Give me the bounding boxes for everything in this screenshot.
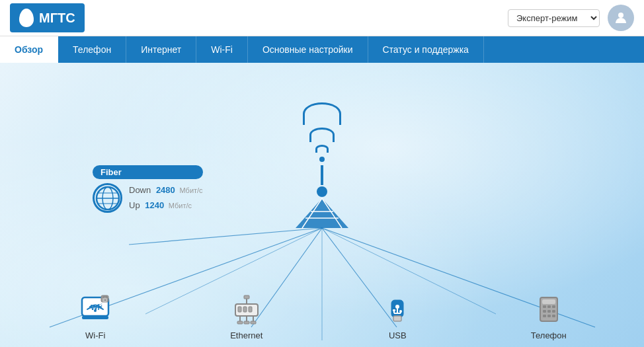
fiber-badge: Fiber <box>93 165 203 179</box>
usb-label: USB <box>389 330 407 340</box>
svg-rect-54 <box>552 310 555 313</box>
wifi-arc-medium <box>309 128 335 142</box>
svg-rect-35 <box>244 295 249 299</box>
up-speed: Up 1240 Мбит/с <box>129 198 203 213</box>
svg-rect-37 <box>244 321 249 324</box>
svg-rect-26 <box>82 316 108 319</box>
nav-item-wifi[interactable]: Wi-Fi <box>196 36 248 63</box>
wifi-arc-large <box>303 102 341 125</box>
wifi-label: Wi-Fi <box>85 330 105 340</box>
expert-mode-container: Эксперт-режимОбычный режим <box>508 9 600 27</box>
svg-point-47 <box>399 310 402 313</box>
wifi-device-icon[interactable]: Wi Fi Wi-Fi <box>77 290 114 340</box>
wifi-icon-img: Wi Fi <box>77 290 114 327</box>
svg-rect-52 <box>543 310 546 313</box>
svg-point-41 <box>395 305 399 309</box>
tower-pole <box>321 165 323 185</box>
svg-point-0 <box>618 13 624 18</box>
nav-item-overview[interactable]: Обзор <box>0 36 58 63</box>
logo-egg-icon <box>19 9 34 27</box>
svg-marker-9 <box>296 198 348 228</box>
svg-rect-36 <box>237 321 243 324</box>
nav-item-settings[interactable]: Основные настройки <box>248 36 368 63</box>
phone-icon-img <box>530 290 567 327</box>
wifi-arc-small <box>315 145 329 153</box>
tower-base-svg <box>292 198 352 231</box>
speed-info: Down 2480 Мбит/с Up 1240 Мбит/с <box>129 183 203 212</box>
tower-circle <box>317 186 327 197</box>
wifi-signal-icon <box>303 102 341 162</box>
svg-rect-49 <box>543 305 546 308</box>
ethernet-icon-img <box>228 290 264 327</box>
header: МГТС Эксперт-режимОбычный режим <box>0 0 644 36</box>
expert-mode-select[interactable]: Эксперт-режимОбычный режим <box>508 9 600 27</box>
globe-icon <box>93 183 122 213</box>
svg-rect-40 <box>393 316 401 321</box>
wifi-dot <box>319 157 325 162</box>
nav-item-status[interactable]: Статус и поддержка <box>368 36 484 63</box>
logo-text: МГТС <box>39 11 75 26</box>
ethernet-device-icon[interactable]: Ethernet <box>228 290 264 340</box>
main-content: Fiber Down 2480 Мбит/с Up <box>0 63 644 347</box>
down-speed: Down 2480 Мбит/с <box>129 183 203 198</box>
usb-device-icon[interactable]: USB <box>380 290 416 340</box>
fiber-speed-info: Down 2480 Мбит/с Up 1240 Мбит/с <box>93 183 203 213</box>
svg-rect-51 <box>552 305 555 308</box>
svg-rect-50 <box>547 305 551 308</box>
phone-device-icon[interactable]: Телефон <box>530 290 567 340</box>
svg-rect-58 <box>542 299 555 304</box>
fiber-info-box: Fiber Down 2480 Мбит/с Up <box>93 165 203 213</box>
usb-icon-img <box>380 290 416 327</box>
svg-rect-29 <box>243 307 247 312</box>
svg-rect-57 <box>552 315 555 317</box>
svg-rect-28 <box>238 307 241 312</box>
svg-rect-25 <box>104 299 106 301</box>
svg-rect-30 <box>249 307 252 312</box>
svg-rect-38 <box>251 321 256 324</box>
svg-rect-56 <box>547 315 551 317</box>
ethernet-label: Ethernet <box>230 330 262 340</box>
user-icon-button[interactable] <box>608 5 634 31</box>
nav-item-internet[interactable]: Интернет <box>126 36 196 63</box>
nav-item-phone[interactable]: Телефон <box>58 36 126 63</box>
user-icon <box>614 11 627 24</box>
tower-body <box>292 165 352 231</box>
main-nav: Обзор Телефон Интернет Wi-Fi Основные на… <box>0 36 644 63</box>
logo: МГТС <box>10 3 85 32</box>
bottom-icons-row: Wi Fi Wi-Fi <box>0 290 644 340</box>
phone-label: Телефон <box>531 330 567 340</box>
svg-rect-53 <box>547 310 551 313</box>
svg-rect-46 <box>393 309 395 311</box>
router-icon <box>292 102 352 231</box>
svg-point-22 <box>94 309 97 312</box>
svg-rect-55 <box>543 315 546 317</box>
